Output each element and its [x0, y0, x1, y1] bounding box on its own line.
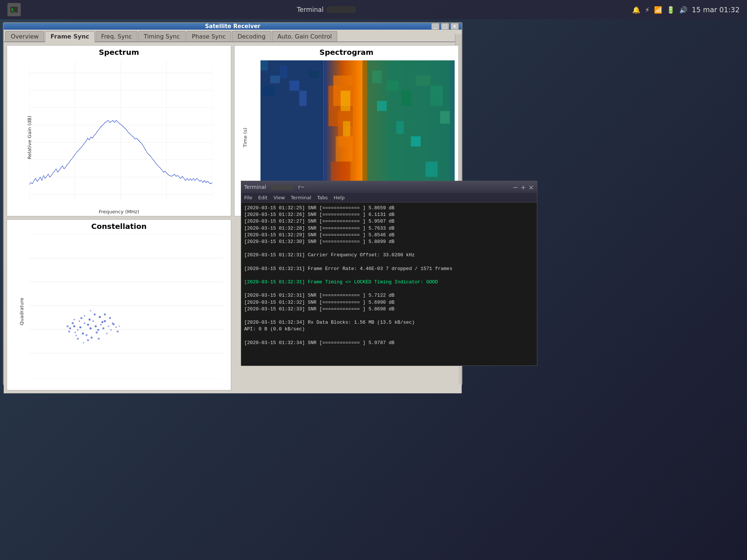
bluetooth-icon[interactable]: ⚡: [645, 6, 650, 14]
taskbar-center: Terminal: [297, 6, 356, 13]
svg-point-92: [84, 315, 85, 317]
svg-point-91: [104, 320, 106, 322]
svg-text:$_: $_: [11, 8, 16, 12]
tab-decoding[interactable]: Decoding: [232, 31, 271, 41]
taskbar-redacted: [326, 6, 356, 13]
svg-rect-38: [290, 81, 299, 91]
terminal-menu-help[interactable]: Help: [334, 195, 345, 200]
constellation-container: Quadrature 2 1,5 1 0,5: [7, 233, 231, 390]
term-line-13: [2020-03-15 01:32:34] Rx Data Blocks: 1.…: [244, 319, 534, 326]
svg-rect-55: [377, 101, 386, 111]
svg-point-109: [117, 330, 119, 333]
term-line-12: [2020-03-15 01:32:33] SNR [=============…: [244, 306, 534, 313]
tab-auto-gain[interactable]: Auto. Gain Control: [272, 31, 338, 41]
bell-icon[interactable]: 🔔: [632, 6, 640, 14]
window-controls: _ □ ×: [431, 23, 459, 30]
taskbar-right: 🔔 ⚡ 📶 🔋 🔊 15 mar 01:32: [632, 6, 740, 14]
term-line-10: [2020-03-15 01:32:31] SNR [=============…: [244, 292, 534, 299]
battery-icon: 🔋: [667, 6, 675, 14]
taskbar-time: 15 mar 01:32: [692, 6, 740, 14]
term-line-8: [2020-03-15 01:32:31] Frame Error Rate: …: [244, 266, 534, 272]
wifi-icon[interactable]: 📶: [654, 6, 662, 14]
svg-point-99: [80, 317, 83, 319]
svg-point-107: [109, 317, 111, 319]
terminal-close-btn[interactable]: ×: [528, 183, 534, 191]
terminal-menu-tabs[interactable]: Tabs: [317, 195, 328, 200]
term-line-6: [2020-03-15 01:32:30] SNR [=============…: [244, 239, 534, 245]
svg-point-84: [73, 325, 76, 327]
term-line-blank3: [244, 272, 534, 279]
terminal-menu-terminal[interactable]: Terminal: [291, 195, 311, 200]
svg-rect-54: [440, 111, 450, 124]
constellation-title: Constellation: [7, 220, 231, 233]
spectrum-x-label: Frequency (MHz): [99, 209, 139, 214]
svg-point-86: [79, 320, 80, 322]
svg-point-73: [87, 324, 89, 326]
tab-frame-sync[interactable]: Frame Sync: [45, 31, 95, 42]
sat-titlebar: Satellite Receiver _ □ ×: [4, 23, 462, 30]
svg-rect-39: [299, 91, 307, 106]
svg-point-101: [87, 339, 89, 341]
term-line-11: [2020-03-15 01:32:32] SNR [=============…: [244, 299, 534, 306]
terminal-menubar: File Edit View Terminal Tabs Help: [241, 193, 537, 203]
term-line-blank4: [244, 286, 534, 292]
svg-point-85: [102, 327, 104, 330]
svg-point-88: [96, 331, 98, 334]
constellation-svg: 2 1,5 1 0,5 0 -0,5: [29, 234, 223, 379]
svg-rect-36: [263, 86, 275, 96]
svg-rect-49: [372, 70, 382, 83]
svg-point-87: [89, 319, 91, 321]
constellation-y-label: Quadrature: [19, 298, 24, 325]
maximize-button[interactable]: □: [441, 23, 449, 30]
term-line-2: [2020-03-15 01:32:26] SNR [=============…: [244, 211, 534, 218]
svg-point-97: [76, 335, 77, 336]
spectrum-panel: Spectrum Relative Gain (dB) Frequency (M…: [7, 45, 231, 216]
terminal-window-controls: − + ×: [513, 183, 534, 191]
svg-rect-50: [387, 81, 399, 91]
tab-phase-sync[interactable]: Phase Sync: [186, 31, 231, 41]
svg-rect-52: [416, 76, 430, 86]
svg-point-83: [100, 324, 102, 326]
svg-rect-46: [341, 91, 350, 111]
svg-rect-37: [280, 66, 287, 78]
svg-point-89: [108, 326, 109, 327]
terminal-minimize-btn[interactable]: −: [513, 183, 518, 191]
svg-point-103: [115, 327, 117, 328]
taskbar: $_ Terminal 🔔 ⚡ 📶 🔋 🔊 15 mar 01:32: [0, 0, 747, 19]
terminal-maximize-btn[interactable]: +: [521, 183, 526, 191]
svg-rect-57: [411, 136, 421, 146]
terminal-menu-file[interactable]: File: [244, 195, 252, 200]
svg-point-77: [95, 325, 97, 327]
svg-point-114: [104, 313, 106, 316]
svg-rect-34: [260, 60, 268, 70]
tab-bar: Overview Frame Sync Freq. Sync Timing Sy…: [4, 30, 462, 42]
svg-point-104: [68, 330, 70, 333]
spectrogram-title: Spectrogram: [235, 46, 458, 59]
terminal-title-redacted: [271, 185, 293, 190]
svg-rect-35: [270, 76, 280, 83]
terminal-menu-view[interactable]: View: [273, 195, 285, 200]
svg-point-93: [90, 337, 93, 339]
tab-overview[interactable]: Overview: [5, 31, 44, 41]
svg-rect-44: [336, 136, 353, 161]
minimize-button[interactable]: _: [431, 23, 439, 30]
desktop: $_ Terminal 🔔 ⚡ 📶 🔋 🔊 15 mar 01:32 Satel…: [0, 0, 747, 560]
terminal-title: Terminal r~: [244, 184, 305, 190]
spectrum-container: Relative Gain (dB) Frequency (MHz): [7, 59, 231, 216]
taskbar-terminal-label: Terminal: [297, 6, 323, 13]
terminal-window: Terminal r~ − + × File Edit View Termina…: [241, 181, 537, 366]
terminal-titlebar: Terminal r~ − + ×: [241, 181, 537, 193]
terminal-menu-edit[interactable]: Edit: [258, 195, 268, 200]
svg-point-96: [99, 316, 101, 318]
term-line-1: [2020-03-15 01:32:25] SNR [=============…: [244, 205, 534, 211]
app-icon-terminal[interactable]: $_: [7, 3, 21, 16]
tab-freq-sync[interactable]: Freq. Sync: [96, 31, 137, 41]
svg-point-78: [74, 332, 76, 333]
terminal-body: [2020-03-15 01:32:25] SNR [=============…: [241, 203, 537, 366]
term-line-blank5: [244, 313, 534, 319]
svg-point-105: [101, 321, 103, 323]
close-button[interactable]: ×: [451, 23, 459, 30]
volume-icon[interactable]: 🔊: [679, 6, 687, 14]
tab-timing-sync[interactable]: Timing Sync: [138, 31, 186, 41]
svg-point-80: [82, 333, 84, 335]
